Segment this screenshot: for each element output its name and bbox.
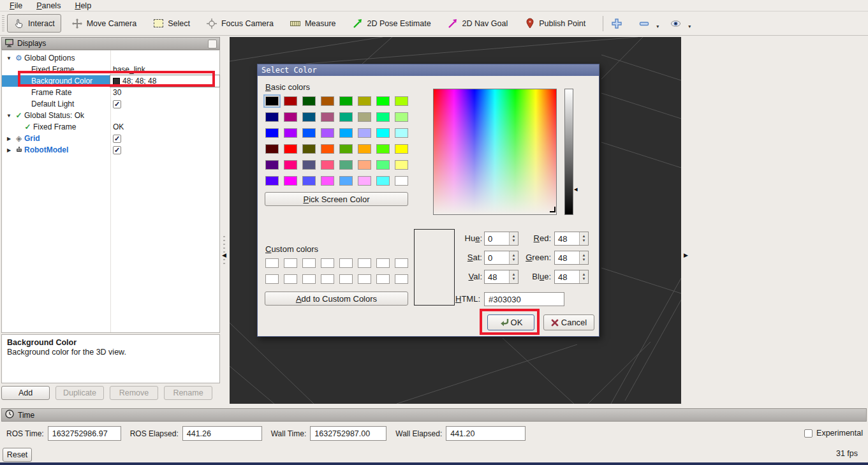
spin-arrows-icon[interactable]: ▲▼	[579, 232, 588, 245]
tree-row-robotmodel[interactable]: ▶RobotModel✓	[2, 144, 219, 156]
basic-color-swatch[interactable]	[395, 128, 408, 138]
custom-color-swatch[interactable]	[284, 258, 297, 268]
custom-color-swatch[interactable]	[395, 258, 408, 268]
tree-row-default-light[interactable]: Default Light✓	[2, 98, 219, 110]
value-slider-arrow-icon[interactable]: ◂	[574, 185, 578, 193]
basic-color-swatch[interactable]	[395, 176, 408, 186]
basic-color-swatch[interactable]	[302, 128, 316, 138]
visibility-tool-button[interactable]	[669, 15, 682, 31]
basic-color-swatch[interactable]	[339, 128, 353, 138]
basic-color-swatch[interactable]	[302, 112, 316, 122]
collapse-left-arrow-icon[interactable]: ◀	[222, 252, 226, 258]
basic-color-swatch[interactable]	[395, 96, 408, 106]
basic-color-swatch[interactable]	[339, 176, 353, 186]
custom-color-swatch[interactable]	[265, 274, 279, 284]
basic-color-swatch[interactable]	[265, 112, 279, 122]
menu-file[interactable]: File	[4, 1, 28, 11]
basic-color-swatch[interactable]	[376, 176, 390, 186]
ros-time-value[interactable]: 1632752986.97	[48, 426, 121, 441]
custom-color-swatch[interactable]	[321, 274, 334, 284]
basic-color-swatch[interactable]	[339, 160, 353, 170]
basic-color-swatch[interactable]	[376, 96, 390, 106]
basic-color-swatch[interactable]	[321, 96, 334, 106]
dialog-titlebar[interactable]: Select Color	[258, 64, 599, 76]
custom-color-swatch[interactable]	[284, 274, 297, 284]
basic-color-swatch[interactable]	[376, 160, 390, 170]
remove-tool-button[interactable]	[637, 15, 651, 31]
property-value[interactable]: OK	[113, 122, 124, 131]
basic-color-swatch[interactable]	[284, 112, 297, 122]
basic-color-swatch[interactable]	[265, 144, 279, 154]
property-checkbox[interactable]: ✓	[113, 100, 121, 108]
basic-color-swatch[interactable]	[302, 144, 316, 154]
basic-color-swatch[interactable]	[358, 176, 371, 186]
experimental-checkbox[interactable]	[804, 429, 813, 438]
green-spinbox[interactable]: 48▲▼	[554, 251, 589, 265]
expander-right-icon[interactable]: ▶	[4, 136, 13, 142]
nav-goal-tool-button[interactable]: 2D Nav Goal	[442, 15, 514, 32]
tree-row-grid[interactable]: ▶◈Grid✓	[2, 133, 219, 144]
html-color-input[interactable]: #303030	[484, 292, 564, 306]
basic-color-swatch[interactable]	[284, 176, 297, 186]
interact-tool-button[interactable]: Interact	[7, 14, 61, 33]
basic-color-swatch[interactable]	[302, 176, 316, 186]
basic-color-swatch[interactable]	[265, 128, 279, 138]
ros-elapsed-value[interactable]: 441.26	[182, 426, 262, 441]
basic-color-swatch[interactable]	[321, 160, 334, 170]
move-camera-tool-button[interactable]: Move Camera	[66, 15, 143, 32]
basic-color-swatch[interactable]	[358, 112, 371, 122]
custom-color-swatch[interactable]	[265, 258, 279, 268]
basic-color-swatch[interactable]	[265, 160, 279, 170]
tree-row-fixed-frame[interactable]: ✓Fixed FrameOK	[2, 121, 219, 133]
basic-color-swatch[interactable]	[302, 96, 316, 106]
basic-color-swatch[interactable]	[395, 144, 408, 154]
displays-panel-header[interactable]: Displays	[1, 37, 220, 50]
hue-saturation-picker[interactable]	[433, 89, 557, 215]
sat-spinbox[interactable]: 0▲▼	[484, 251, 519, 265]
basic-color-swatch[interactable]	[284, 96, 297, 106]
property-value[interactable]: 30	[113, 88, 121, 97]
blue-spinbox[interactable]: 48▲▼	[554, 270, 589, 284]
time-panel-header[interactable]: Time	[1, 408, 867, 422]
menu-help[interactable]: Help	[69, 1, 97, 11]
select-tool-button[interactable]: Select	[147, 15, 196, 32]
basic-color-swatch[interactable]	[358, 96, 371, 106]
basic-color-swatch[interactable]	[284, 160, 297, 170]
basic-color-swatch[interactable]	[339, 96, 353, 106]
add-to-custom-colors-button[interactable]: Add to Custom Colors	[265, 292, 408, 306]
tree-row-global-options[interactable]: ▼⚙Global Options	[2, 52, 219, 64]
basic-color-swatch[interactable]	[284, 128, 297, 138]
basic-color-swatch[interactable]	[376, 112, 390, 122]
property-checkbox[interactable]: ✓	[113, 146, 121, 154]
collapse-right-arrow-icon[interactable]: ▶	[684, 252, 688, 258]
focus-camera-tool-button[interactable]: Focus Camera	[201, 15, 279, 32]
custom-color-swatch[interactable]	[302, 258, 316, 268]
value-slider[interactable]	[564, 89, 573, 215]
wall-time-value[interactable]: 1632752987.00	[310, 426, 386, 441]
custom-color-swatch[interactable]	[339, 258, 353, 268]
expander-down-icon[interactable]: ▼	[4, 113, 13, 119]
custom-color-swatch[interactable]	[358, 274, 371, 284]
red-spinbox[interactable]: 48▲▼	[554, 232, 589, 246]
basic-color-swatch[interactable]	[284, 144, 297, 154]
basic-color-swatch[interactable]	[265, 176, 279, 186]
val-spinbox[interactable]: 48▲▼	[484, 270, 519, 284]
right-splitter[interactable]: ▶	[681, 37, 695, 404]
custom-color-swatch[interactable]	[302, 274, 316, 284]
basic-color-swatch[interactable]	[376, 128, 390, 138]
add-tool-button[interactable]	[610, 15, 623, 31]
menu-panels[interactable]: Panels	[31, 1, 66, 11]
expander-down-icon[interactable]: ▼	[4, 55, 13, 61]
spin-arrows-icon[interactable]: ▲▼	[579, 270, 588, 283]
publish-point-tool-button[interactable]: Publish Point	[519, 15, 591, 32]
toolbar-grip[interactable]	[2, 15, 4, 32]
add-display-button[interactable]: Add	[1, 386, 50, 400]
custom-color-swatch[interactable]	[376, 258, 390, 268]
tree-row-frame-rate[interactable]: Frame Rate30	[2, 87, 219, 98]
property-checkbox[interactable]: ✓	[113, 135, 121, 143]
expander-right-icon[interactable]: ▶	[4, 147, 13, 153]
basic-color-swatch[interactable]	[339, 112, 353, 122]
hue-spinbox[interactable]: 0▲▼	[484, 232, 519, 246]
basic-color-swatch[interactable]	[321, 128, 334, 138]
basic-color-swatch[interactable]	[376, 144, 390, 154]
